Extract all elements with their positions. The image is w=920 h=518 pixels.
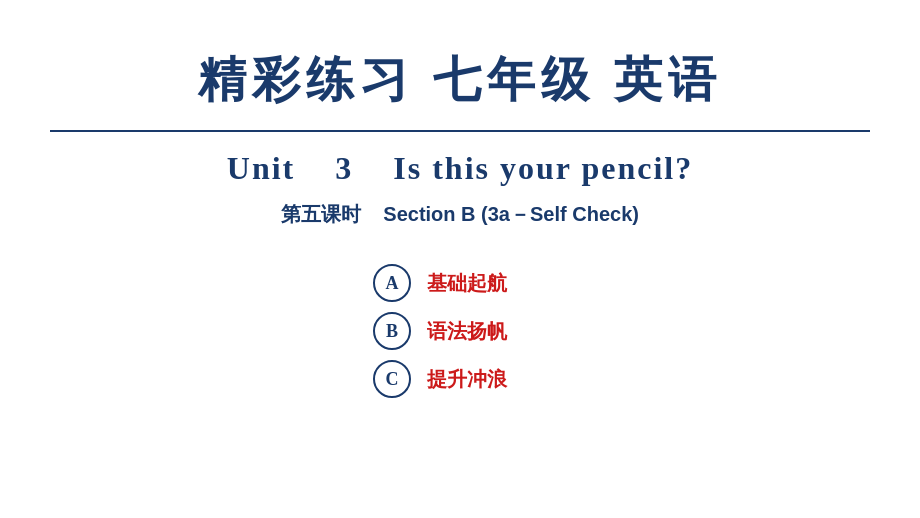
menu-label-1: 语法扬帆 xyxy=(427,318,507,345)
menu-badge-a: A xyxy=(373,264,411,302)
unit-number: 3 xyxy=(335,150,353,186)
lesson-detail: Section B (3a－Self Check) xyxy=(383,203,639,225)
main-title: 精彩练习 七年级 英语 xyxy=(198,48,723,112)
unit-title: Unit 3 Is this your pencil? xyxy=(227,150,693,187)
unit-subtitle: Is this your pencil? xyxy=(393,150,693,186)
menu-list: A基础起航B语法扬帆C提升冲浪 xyxy=(373,264,507,398)
title-divider xyxy=(50,130,870,132)
menu-item: A基础起航 xyxy=(373,264,507,302)
menu-label-2: 提升冲浪 xyxy=(427,366,507,393)
menu-label-0: 基础起航 xyxy=(427,270,507,297)
menu-badge-c: C xyxy=(373,360,411,398)
lesson-label: 第五课时 xyxy=(281,203,361,225)
menu-badge-b: B xyxy=(373,312,411,350)
lesson-subtitle: 第五课时 Section B (3a－Self Check) xyxy=(281,201,639,228)
menu-item: B语法扬帆 xyxy=(373,312,507,350)
menu-item: C提升冲浪 xyxy=(373,360,507,398)
unit-word: Unit xyxy=(227,150,295,186)
